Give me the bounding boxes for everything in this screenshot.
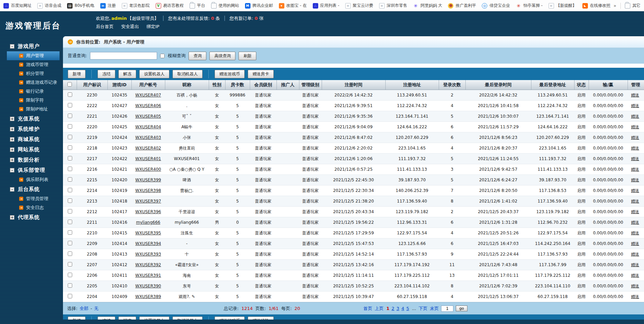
bookmark-item[interactable]: 阿里妈妈 大	[413, 3, 442, 9]
row-checkbox[interactable]	[68, 209, 72, 213]
cell-manage-link[interactable]: 赠送	[628, 291, 644, 302]
cell-account-link[interactable]: WXUSER396	[131, 207, 165, 217]
bookmark-item[interactable]: 老汉色影院	[122, 3, 150, 9]
sidebar-item[interactable]: 银行记录	[7, 87, 60, 96]
cell-account-link[interactable]: WXUSER395	[131, 228, 165, 238]
bookmark-item[interactable]: 腾讯企业邮	[245, 3, 273, 9]
fuzzy-query-checkbox[interactable]	[160, 54, 165, 58]
cell-account-link[interactable]: WXUSER404	[131, 122, 165, 132]
cell-manage-link[interactable]: 赠送	[628, 196, 644, 207]
cell-manage-link[interactable]: 赠送	[628, 281, 644, 291]
cell-account-link[interactable]: WXUSER407	[131, 90, 165, 101]
sidebar-item[interactable]: 游戏币管理	[7, 60, 60, 69]
bookmark-item[interactable]: 语音合成	[37, 3, 61, 9]
cell-account-link[interactable]: WXUSER400	[131, 164, 165, 175]
cell-manage-link[interactable]: 赠送	[628, 122, 644, 132]
cell-manage-link[interactable]: 赠送	[628, 260, 644, 270]
cell-manage-link[interactable]: 赠送	[628, 249, 644, 260]
expand-toggle-icon[interactable]: -	[10, 168, 14, 172]
cell-account-link[interactable]: WXUSER401	[131, 154, 165, 164]
cell-manage-link[interactable]: 赠送	[628, 217, 644, 228]
row-checkbox[interactable]	[68, 103, 72, 107]
toolbar-button[interactable]: 解冻	[118, 70, 136, 78]
toolbar-button[interactable]: 解冻	[118, 316, 136, 320]
bookmark-item[interactable]: 在线修改照	[582, 3, 610, 9]
cell-manage-link[interactable]: 赠送	[628, 228, 644, 238]
toolbar-button[interactable]: 赠送房卡	[248, 70, 274, 78]
toolbar-button[interactable]: 新增	[68, 316, 86, 320]
bookmark-other-folder[interactable]: 其它	[625, 3, 641, 9]
toolbar-button[interactable]: 设置机器人	[139, 70, 169, 78]
toolbar-button[interactable]: 冻结	[98, 70, 115, 78]
sidebar-group-header[interactable]: - 游戏用户	[7, 41, 60, 51]
cell-manage-link[interactable]: 赠送	[628, 207, 644, 217]
page-number-link[interactable]: 2	[391, 306, 394, 311]
select-all-checkbox[interactable]	[67, 82, 72, 87]
cell-account-link[interactable]: WXUSER394	[131, 238, 165, 249]
cell-manage-link[interactable]: 赠送	[628, 101, 644, 111]
cell-manage-link[interactable]: 赠送	[628, 154, 644, 164]
page-number-link[interactable]: 4	[401, 306, 404, 311]
first-page-link[interactable]: 首页	[363, 306, 372, 312]
cell-account-link[interactable]: WXUSER390	[131, 281, 165, 291]
cell-manage-link[interactable]: 赠送	[628, 238, 644, 249]
page-number-link[interactable]: 5	[406, 306, 409, 311]
cell-account-link[interactable]: WXUSER397	[131, 196, 165, 207]
last-page-link[interactable]: 末页	[430, 306, 439, 312]
cell-account-link[interactable]: WXUSER402	[131, 143, 165, 154]
row-checkbox[interactable]	[68, 124, 72, 129]
bookmark-item[interactable]: 平台	[190, 3, 205, 9]
cell-account-link[interactable]: WXUSER399	[131, 175, 165, 185]
toolbar-button[interactable]: 取消机器人	[172, 316, 203, 320]
cell-account-link[interactable]: WXUSER398	[131, 185, 165, 196]
sidebar-item[interactable]: 用户管理	[7, 51, 60, 60]
prev-page-link[interactable]: 上页	[375, 306, 384, 312]
cell-manage-link[interactable]: 赠送	[628, 185, 644, 196]
bookmark-item[interactable]: 聚宝云计费	[345, 3, 373, 9]
expand-toggle-icon[interactable]: +	[10, 117, 14, 121]
sidebar-item[interactable]: 积分管理	[7, 69, 60, 78]
row-checkbox[interactable]	[68, 188, 72, 192]
goto-page-input[interactable]	[441, 306, 453, 312]
row-checkbox[interactable]	[68, 145, 72, 150]
toolbar-button[interactable]: 设置机器人	[139, 316, 169, 320]
bookmark-item[interactable]: 易语言教程	[156, 3, 184, 9]
row-checkbox[interactable]	[68, 198, 72, 203]
bookmark-item[interactable]: 改图宝 - 在	[279, 3, 307, 9]
toolbar-button[interactable]: 冻结	[98, 316, 115, 320]
bookmark-item[interactable]: 借贷宝企业	[482, 3, 510, 9]
expand-toggle-icon[interactable]: -	[10, 187, 14, 192]
sidebar-group-header[interactable]: + 代理系统	[7, 212, 60, 222]
expand-toggle-icon[interactable]: +	[10, 137, 14, 142]
expand-toggle-icon[interactable]: +	[10, 158, 14, 162]
cell-manage-link[interactable]: 赠送	[628, 90, 644, 101]
cell-manage-link[interactable]: 赠送	[628, 164, 644, 175]
cell-manage-link[interactable]: 赠送	[628, 143, 644, 154]
expand-toggle-icon[interactable]: +	[10, 215, 14, 220]
search-button[interactable]: 查询	[189, 52, 206, 60]
cell-account-link[interactable]: WXUSER393	[131, 249, 165, 260]
bookmark-item[interactable]: 【新提醒】	[549, 3, 577, 9]
cell-account-link[interactable]: WXUSER389	[131, 291, 165, 302]
row-checkbox[interactable]	[68, 273, 72, 277]
cell-manage-link[interactable]: 赠送	[628, 175, 644, 185]
expand-toggle-icon[interactable]: -	[10, 44, 14, 49]
row-checkbox[interactable]	[68, 220, 72, 224]
cell-manage-link[interactable]: 赠送	[628, 111, 644, 122]
header-nav-link[interactable]: 绑定IP	[146, 23, 159, 31]
row-checkbox[interactable]	[68, 114, 72, 118]
row-checkbox[interactable]	[68, 241, 72, 245]
toolbar-button[interactable]: 赠送游戏币	[215, 70, 245, 78]
header-nav-link[interactable]: 安全退出	[121, 23, 139, 31]
row-checkbox[interactable]	[68, 135, 72, 139]
row-checkbox[interactable]	[68, 230, 72, 235]
cell-account-link[interactable]: WXUSER391	[131, 270, 165, 281]
toolbar-button[interactable]: 取消机器人	[172, 70, 203, 78]
row-checkbox[interactable]	[68, 283, 72, 288]
cell-account-link[interactable]: WXUSER403	[131, 132, 165, 143]
bookmark-item[interactable]: 怡亭落脚 -	[516, 3, 542, 9]
sidebar-group-header[interactable]: + 系统维护	[7, 124, 60, 134]
bookmark-item[interactable]: 80s手机电	[67, 3, 94, 9]
select-none-link[interactable]: 无	[94, 306, 99, 312]
sidebar-group-header[interactable]: + 商城系统	[7, 134, 60, 144]
